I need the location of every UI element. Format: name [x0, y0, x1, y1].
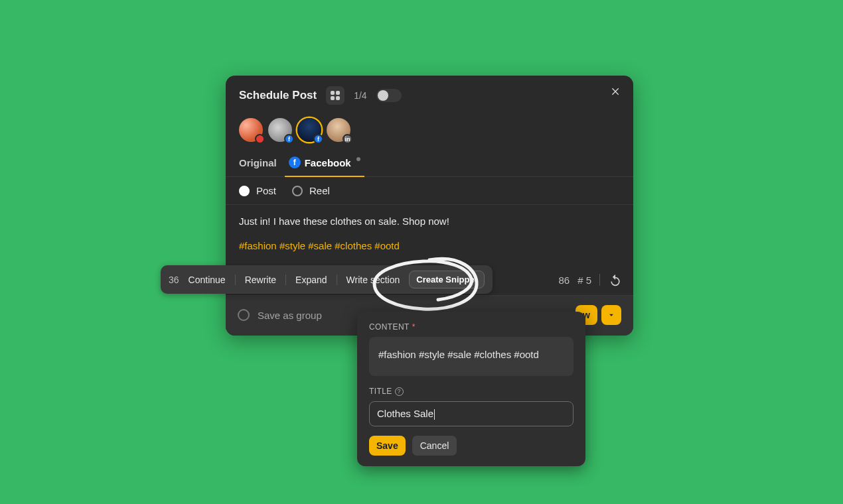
divider [337, 275, 337, 285]
selection-count: 36 [169, 275, 179, 285]
account-avatar-1[interactable] [239, 118, 263, 142]
multi-post-toggle[interactable] [376, 89, 402, 102]
network-tabs: Original f Facebook [226, 150, 633, 177]
save-button[interactable]: Save [369, 436, 406, 456]
post-type-reel[interactable]: Reel [292, 185, 330, 196]
ai-toolbar: 36 Continue Rewrite Expand Write section… [161, 265, 493, 294]
save-as-group[interactable]: Save as group [238, 309, 322, 321]
tab-facebook-label: Facebook [305, 157, 351, 168]
post-hashtags: #fashion #style #sale #clothes #ootd [239, 240, 620, 251]
tab-original-label: Original [239, 157, 277, 168]
divider [235, 275, 236, 285]
account-avatars: f f in [226, 114, 633, 150]
account-avatar-3[interactable]: f [297, 118, 321, 142]
divider [285, 275, 286, 285]
modal-header: Schedule Post 1/4 [226, 76, 633, 114]
tab-facebook[interactable]: f Facebook [289, 150, 360, 176]
create-snippet-button[interactable]: Create Snippet [409, 271, 485, 288]
undo-icon[interactable] [608, 273, 623, 287]
pinterest-badge-icon [255, 134, 265, 144]
snippet-title-input[interactable]: Clothes Sale [369, 401, 574, 426]
create-snippet-popover: CONTENT * #fashion #style #sale #clothes… [357, 312, 585, 466]
page-counter: 1/4 [354, 90, 366, 101]
account-avatar-4[interactable]: in [327, 118, 350, 142]
linkedin-badge-icon: in [343, 134, 352, 144]
post-type-post-label: Post [256, 185, 276, 196]
facebook-icon: f [289, 157, 301, 168]
close-icon[interactable] [608, 84, 624, 99]
tab-original[interactable]: Original [239, 151, 277, 176]
layout-grid-button[interactable] [326, 86, 345, 105]
modal-title: Schedule Post [239, 89, 317, 102]
primary-action-chevron[interactable] [601, 305, 621, 325]
post-body-text: Just in! I have these clothes on sale. S… [239, 214, 620, 229]
facebook-badge-icon: f [284, 134, 294, 144]
grid-icon [331, 91, 340, 100]
account-avatar-2[interactable]: f [268, 118, 292, 142]
ai-rewrite[interactable]: Rewrite [245, 275, 276, 285]
cancel-button[interactable]: Cancel [412, 436, 457, 456]
tab-indicator-dot [356, 157, 360, 161]
content-label: CONTENT * [369, 322, 574, 332]
help-icon[interactable]: ? [395, 387, 404, 396]
facebook-badge-icon: f [313, 134, 323, 144]
divider [599, 274, 600, 286]
ai-expand[interactable]: Expand [295, 275, 327, 285]
schedule-post-modal: Schedule Post 1/4 f f in Original f Face… [226, 76, 633, 336]
snippet-content-box[interactable]: #fashion #style #sale #clothes #ootd [369, 337, 574, 376]
post-type-row: Post Reel [226, 177, 633, 205]
snippet-content-value: #fashion #style #sale #clothes #ootd [378, 349, 539, 360]
snippet-title-value: Clothes Sale [377, 408, 433, 419]
post-type-reel-label: Reel [309, 185, 330, 196]
save-as-group-label: Save as group [258, 310, 322, 321]
ai-continue[interactable]: Continue [189, 275, 226, 285]
post-type-post[interactable]: Post [239, 185, 276, 196]
char-count: 86 [558, 275, 570, 286]
title-label: TITLE ? [369, 387, 574, 396]
hashtag-count: # 5 [577, 275, 591, 286]
post-editor[interactable]: Just in! I have these clothes on sale. S… [226, 205, 633, 269]
ai-write-section[interactable]: Write section [346, 275, 400, 285]
